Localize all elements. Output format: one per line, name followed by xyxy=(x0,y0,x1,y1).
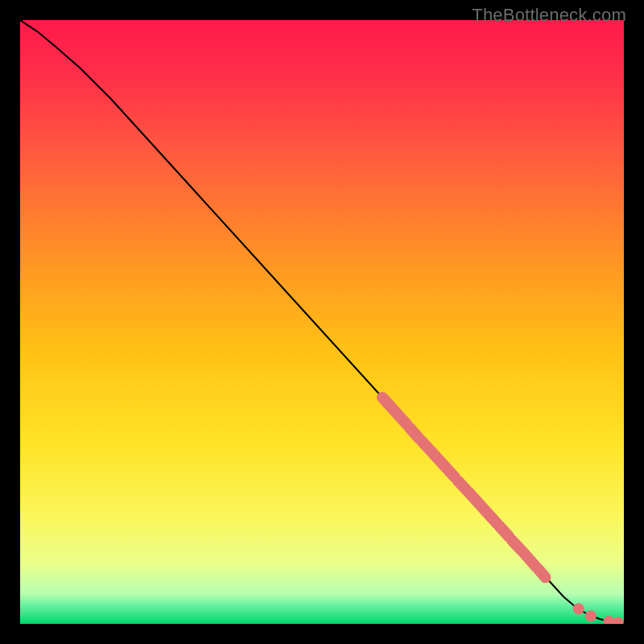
highlight-segment xyxy=(539,569,546,578)
chart-svg xyxy=(20,20,624,624)
highlight-dot xyxy=(585,610,597,621)
gradient-background xyxy=(20,20,624,624)
plot-area xyxy=(20,20,624,624)
chart-container: TheBottleneck.com xyxy=(0,0,644,644)
highlight-dot xyxy=(573,603,584,614)
highlight-segment xyxy=(499,526,510,537)
highlight-segment xyxy=(410,427,419,438)
watermark-text: TheBottleneck.com xyxy=(472,5,626,26)
